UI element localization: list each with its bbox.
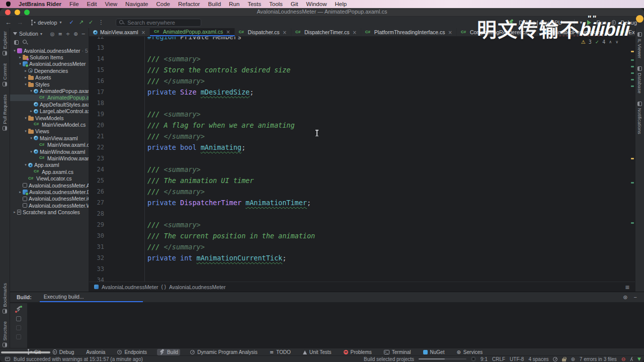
commit-check-icon[interactable]: ✓ bbox=[89, 19, 93, 26]
tree-item-mainviewmodel-cs[interactable]: MainViewModel.cs bbox=[10, 121, 89, 128]
toolwindow-button-todo[interactable]: ≡TODO bbox=[268, 349, 293, 355]
hide-panel-button[interactable]: − bbox=[82, 31, 86, 37]
reader-mode-icon[interactable]: ⊖ bbox=[621, 356, 625, 362]
tree-item-mainview-axaml[interactable]: ▾MainView.axaml bbox=[10, 135, 89, 141]
settings-icon[interactable]: ⊛ bbox=[73, 31, 77, 37]
close-tab-icon[interactable]: × bbox=[141, 30, 145, 35]
hide-build-panel-button[interactable]: − bbox=[634, 294, 637, 301]
tree-item-dependencies[interactable]: ▸Dependencies bbox=[10, 67, 89, 74]
menu-item-tools[interactable]: Tools bbox=[269, 1, 283, 7]
menu-item-file[interactable]: File bbox=[69, 1, 79, 7]
stripe-change-mark[interactable] bbox=[631, 59, 634, 61]
tree-chevron-icon[interactable]: ▾ bbox=[23, 116, 28, 120]
update-project-button[interactable]: ✓ bbox=[69, 19, 74, 26]
editor-grid-icon[interactable]: ▦ bbox=[625, 285, 630, 290]
toolwindow-button-terminal[interactable]: Terminal bbox=[382, 349, 413, 355]
tree-chevron-icon[interactable]: ▾ bbox=[29, 89, 34, 93]
menu-item-code[interactable]: Code bbox=[156, 1, 170, 7]
toolwindow-button-structure[interactable]: Structure bbox=[2, 321, 8, 347]
tab-animatedpopup-axaml-cs[interactable]: AnimatedPopup.axaml.cs× bbox=[150, 28, 234, 36]
tree-item-assets[interactable]: ▸Assets bbox=[10, 74, 89, 81]
prev-issue-button[interactable]: ∧ bbox=[609, 40, 612, 44]
tree-item-appdefaultstyles-axaml[interactable]: AppDefaultStyles.axaml bbox=[10, 101, 89, 108]
scope-icon[interactable] bbox=[14, 40, 19, 45]
menu-item-run[interactable]: Run bbox=[229, 1, 239, 7]
toolwindow-button-dynamic-program-analysis[interactable]: Dynamic Program Analysis bbox=[188, 349, 259, 355]
rerun-build-icon[interactable] bbox=[16, 306, 22, 312]
tree-chevron-icon[interactable]: ▸ bbox=[18, 55, 23, 59]
caret-position[interactable]: 9:1 bbox=[480, 356, 488, 362]
tree-item-avalonialoudnessmeter[interactable]: ▾AvaloniaLoudnessMeter bbox=[10, 61, 89, 67]
push-button[interactable]: ↗ bbox=[79, 19, 84, 26]
readonly-lock-icon[interactable] bbox=[562, 358, 566, 361]
tree-item-avalonialoudnessmeter-ios[interactable]: AvaloniaLoudnessMeter.iOS bbox=[10, 196, 89, 202]
tree-item-mainwindow-axaml-cs[interactable]: MainWindow.axaml.cs bbox=[10, 155, 89, 161]
toolwindow-button-endpoints[interactable]: Endpoints bbox=[115, 349, 148, 355]
indent-setting[interactable]: 4 spaces bbox=[528, 356, 548, 362]
tree-chevron-icon[interactable]: ▾ bbox=[12, 49, 17, 53]
highlighting-level-icon[interactable]: ▼ bbox=[637, 356, 641, 361]
tree-chevron-icon[interactable]: ▾ bbox=[23, 129, 28, 133]
stripe-warning-mark[interactable] bbox=[631, 51, 634, 52]
tree-item-mainview-axaml-cs[interactable]: MainView.axaml.cs bbox=[10, 141, 89, 148]
stripe-change-mark[interactable] bbox=[631, 72, 634, 74]
toolwindow-button-debug[interactable]: Debug bbox=[51, 349, 76, 355]
stripe-change-mark[interactable] bbox=[631, 79, 634, 80]
stripe-warning-mark[interactable] bbox=[631, 158, 634, 159]
tree-chevron-icon[interactable]: ▾ bbox=[23, 82, 28, 86]
menu-item-help[interactable]: Help bbox=[335, 1, 347, 7]
tree-chevron-icon[interactable]: ▸ bbox=[23, 69, 28, 73]
status-message[interactable]: Build succeeded with warnings at 15:31:5… bbox=[14, 356, 143, 362]
stripe-change-mark[interactable] bbox=[631, 85, 634, 87]
toolwindow-button-unit-tests[interactable]: Unit Tests bbox=[301, 349, 334, 355]
breadcrumb-namespace[interactable]: AvaloniaLoudnessMeter bbox=[169, 284, 225, 290]
tree-chevron-icon[interactable]: ▸ bbox=[29, 109, 34, 113]
stripe-change-mark[interactable] bbox=[631, 66, 634, 67]
tree-item-largelabelcontrol-axaml[interactable]: ▸LargeLabelControl.axaml bbox=[10, 108, 89, 115]
tree-item-app-axaml-cs[interactable]: App.axaml.cs bbox=[10, 168, 89, 175]
tree-chevron-icon[interactable]: ▾ bbox=[29, 150, 34, 154]
stripe-change-mark[interactable] bbox=[631, 182, 634, 184]
menu-item-git[interactable]: Git bbox=[291, 1, 298, 7]
tab-mainview-axaml[interactable]: MainView.axaml× bbox=[89, 28, 150, 36]
apple-icon[interactable] bbox=[6, 2, 11, 7]
settings-sync-icon[interactable]: ⊛ bbox=[571, 356, 575, 362]
toolwindow-button-build[interactable]: Build bbox=[157, 349, 180, 355]
event-log-icon[interactable] bbox=[5, 357, 10, 361]
tab-dispatchertimer-cs[interactable]: DispatcherTimer.cs× bbox=[291, 28, 361, 36]
tree-item-views[interactable]: ▾Views bbox=[10, 128, 89, 135]
tree-item-scratches-and-consoles[interactable]: ▸Scratches and Consoles bbox=[10, 209, 89, 215]
inspections-profile-icon[interactable] bbox=[553, 357, 557, 361]
tree-item-app-axaml[interactable]: ▾App.axaml bbox=[10, 162, 89, 168]
toolwindow-button-problems[interactable]: Problems bbox=[342, 349, 374, 355]
tree-item-avalonialoudnessmeter[interactable]: ▾AvaloniaLoudnessMeter· 5 projects bbox=[10, 47, 89, 54]
tree-item-avalonialoudnessmeter-web[interactable]: AvaloniaLoudnessMeter.Web bbox=[10, 202, 89, 209]
menu-item-navigate[interactable]: Navigate bbox=[125, 1, 148, 7]
menu-item-window[interactable]: Window bbox=[306, 1, 327, 7]
menu-item-view[interactable]: View bbox=[105, 1, 117, 7]
expand-all-button[interactable]: ≡ bbox=[58, 31, 62, 37]
forward-button[interactable]: → bbox=[17, 19, 23, 26]
tree-chevron-icon[interactable]: ▸ bbox=[18, 190, 23, 194]
search-everywhere-input[interactable]: Search everywhere bbox=[116, 19, 201, 27]
close-tab-icon[interactable]: × bbox=[448, 30, 452, 35]
tree-chevron-icon[interactable]: ▾ bbox=[29, 136, 34, 140]
errors-summary[interactable]: 7 errors in 3 files bbox=[580, 356, 617, 362]
tree-item-avalonialoudnessmeter-deskt[interactable]: ▸AvaloniaLoudnessMeter.Deskt bbox=[10, 189, 89, 195]
scroll-to-end-icon[interactable] bbox=[16, 334, 21, 339]
tree-item-animatedpopup-axaml-cs[interactable]: AnimatedPopup.axaml.cs bbox=[10, 95, 89, 101]
stop-task-icon[interactable] bbox=[471, 356, 476, 361]
toolwindow-button-explorer[interactable]: Explorer bbox=[2, 31, 8, 55]
tree-chevron-icon[interactable]: ▸ bbox=[12, 210, 17, 214]
stripe-change-mark[interactable] bbox=[631, 222, 634, 224]
tree-item-viewlocator-cs[interactable]: ViewLocator.cs bbox=[10, 175, 89, 182]
tree-chevron-icon[interactable]: ▾ bbox=[18, 62, 23, 66]
tree-item-avalonialoudnessmeter-andro[interactable]: AvaloniaLoudnessMeter.Andro bbox=[10, 182, 89, 189]
build-filter-icon[interactable] bbox=[16, 316, 21, 321]
search-tree-icon[interactable] bbox=[23, 40, 28, 45]
menu-item-edit[interactable]: Edit bbox=[87, 1, 97, 7]
next-issue-button[interactable]: ∨ bbox=[615, 40, 618, 44]
locate-file-button[interactable]: ◎ bbox=[50, 31, 55, 37]
git-branch-widget[interactable]: develop ▾ bbox=[28, 19, 64, 27]
toolwindow-button-il-viewer[interactable]: IL Viewer bbox=[637, 32, 642, 58]
